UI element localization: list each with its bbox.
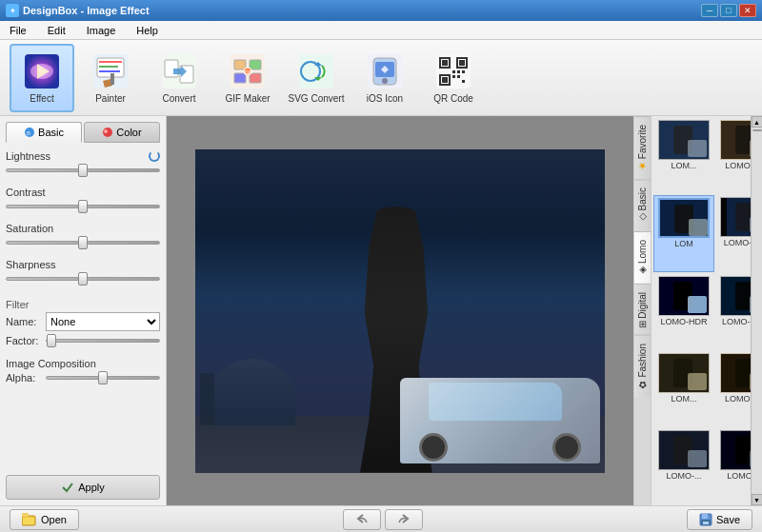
svg-rect-32 (452, 70, 455, 73)
thumb-lomo-o1-img (658, 353, 710, 393)
scroll-thumb[interactable] (752, 129, 762, 131)
sharpness-slider[interactable] (6, 272, 160, 286)
saturation-slider-row: Saturation (6, 223, 160, 249)
thumb-lomo1[interactable]: LOM... (653, 118, 714, 193)
side-tab-basic[interactable]: ◇ Basic (634, 179, 651, 230)
title-bar-text: DesignBox - Image Effect (23, 5, 150, 16)
svg-rect-8 (110, 73, 114, 85)
thumb-lomo-i[interactable]: LOMO-I... (716, 428, 751, 503)
alpha-slider[interactable] (46, 371, 160, 384)
filter-factor-label: Factor: (6, 335, 42, 346)
side-tab-strip: ★ Favorite ◇ Basic ◈ Lomo ⊞ Digital ✿ (634, 116, 652, 505)
lightness-slider[interactable] (6, 164, 160, 177)
scroll-down-arrow[interactable]: ▼ (752, 494, 763, 505)
side-tab-digital[interactable]: ⊞ Digital (634, 284, 651, 336)
tool-ios-icon[interactable]: iOS Icon (352, 44, 417, 112)
close-button[interactable]: ✕ (739, 4, 756, 17)
apply-button[interactable]: Apply (6, 475, 160, 500)
car-wheel-1 (419, 433, 448, 462)
svg-rect-67 (750, 373, 751, 390)
thumb-lomo3[interactable]: LOMO-... (653, 428, 714, 503)
ios-icon-icon (365, 51, 405, 91)
svg-rect-27 (442, 60, 448, 66)
composition-section: Image Composition Alpha: (6, 358, 160, 387)
menu-help[interactable]: Help (130, 23, 164, 38)
thumb-lomo-hd-label: LOMO-HD... (718, 317, 751, 326)
svg-rect-46 (735, 126, 751, 154)
tab-basic[interactable]: B Basic (6, 122, 82, 143)
thumb-lomo-hd[interactable]: LOMO-HD... (716, 274, 751, 349)
tool-painter-label: Painter (95, 93, 126, 104)
filter-title: Filter (6, 299, 160, 310)
svg-rect-13 (234, 60, 246, 69)
car (400, 378, 600, 463)
contrast-slider-row: Contrast (6, 187, 160, 213)
svg-rect-52 (721, 198, 727, 237)
open-button[interactable]: Open (10, 509, 79, 530)
tool-convert[interactable]: Convert (147, 44, 211, 112)
svg-rect-58 (688, 296, 707, 313)
saturation-label: Saturation (6, 223, 160, 234)
svg-rect-80 (703, 522, 709, 524)
lightness-refresh-icon[interactable] (149, 150, 160, 162)
app-icon: ✦ (6, 4, 19, 17)
maximize-button[interactable]: □ (720, 4, 737, 17)
tab-color[interactable]: Color (84, 122, 160, 143)
thumb-lomo2[interactable]: LOM (653, 195, 714, 272)
scroll-up-arrow[interactable]: ▲ (752, 116, 763, 128)
thumb-lomo-o1-label: LOM... (656, 394, 712, 404)
side-tab-lomo[interactable]: ◈ Lomo (634, 231, 651, 284)
undo-button[interactable] (343, 509, 381, 530)
svg-rect-14 (250, 60, 261, 69)
svg-rect-75 (22, 513, 29, 517)
thumb-lomo-hdr-img (658, 276, 710, 316)
tool-gif-maker[interactable]: GIF GIF Maker (215, 44, 280, 112)
tool-convert-label: Convert (162, 93, 195, 104)
side-tab-favorite[interactable]: ★ Favorite (634, 116, 651, 179)
tool-ios-icon-label: iOS Icon (367, 93, 403, 104)
tool-svg-convert[interactable]: SVG Convert (284, 44, 349, 112)
thumb-lomo-o2[interactable]: LOMO-O... (716, 351, 751, 426)
svg-rect-34 (462, 70, 465, 73)
tool-painter[interactable]: Painter (78, 44, 143, 112)
minimize-button[interactable]: ─ (701, 4, 718, 17)
svg-rect-55 (750, 217, 751, 232)
qr-code-icon (433, 51, 473, 91)
filter-name-select[interactable]: None Blur Sharpen Edge (46, 312, 160, 331)
svg-convert-icon (296, 51, 336, 91)
panel-tabs: B Basic Color (6, 122, 160, 143)
svg-point-24 (382, 78, 388, 84)
thumb-lomo-old[interactable]: LOMO-Old (716, 118, 751, 193)
basic-tab-icon: B (24, 127, 35, 138)
menu-edit[interactable]: Edit (42, 23, 71, 38)
side-tab-fashion[interactable]: ✿ Fashion (634, 335, 651, 398)
right-panel-inner: ★ Favorite ◇ Basic ◈ Lomo ⊞ Digital ✿ (634, 116, 762, 505)
gif-maker-icon: GIF (228, 51, 268, 91)
svg-rect-72 (735, 436, 751, 464)
saturation-slider[interactable] (6, 236, 160, 249)
tool-qr-code[interactable]: QR Code (421, 44, 486, 112)
menu-image[interactable]: Image (81, 23, 122, 38)
thumb-lomo3-img (658, 430, 710, 470)
svg-text:GIF: GIF (245, 69, 252, 75)
save-icon (699, 513, 712, 526)
basic-tab-side-icon: ◇ (637, 213, 648, 224)
redo-button[interactable] (385, 509, 423, 530)
thumb-lomo-hdr[interactable]: LOMO-HDR (653, 274, 714, 349)
svg-rect-33 (457, 70, 460, 73)
digital-tab-icon: ⊞ (637, 320, 648, 327)
filter-factor-slider[interactable] (46, 334, 160, 347)
menu-file[interactable]: File (4, 23, 32, 38)
filter-name-label: Name: (6, 316, 42, 327)
svg-rect-19 (299, 54, 333, 89)
thumb-lomo-i-img (720, 430, 751, 470)
composition-title: Image Composition (6, 358, 160, 369)
svg-rect-37 (462, 80, 465, 83)
save-button[interactable]: Save (687, 509, 752, 530)
filter-section: Filter Name: None Blur Sharpen Edge Fact… (6, 299, 160, 350)
contrast-slider[interactable] (6, 200, 160, 213)
tool-effect[interactable]: Effect (10, 44, 74, 112)
title-bar-left: ✦ DesignBox - Image Effect (6, 4, 150, 17)
thumb-lomo-o1[interactable]: LOM... (653, 351, 714, 426)
thumb-lomo-film[interactable]: LOMO-Film (716, 195, 751, 272)
